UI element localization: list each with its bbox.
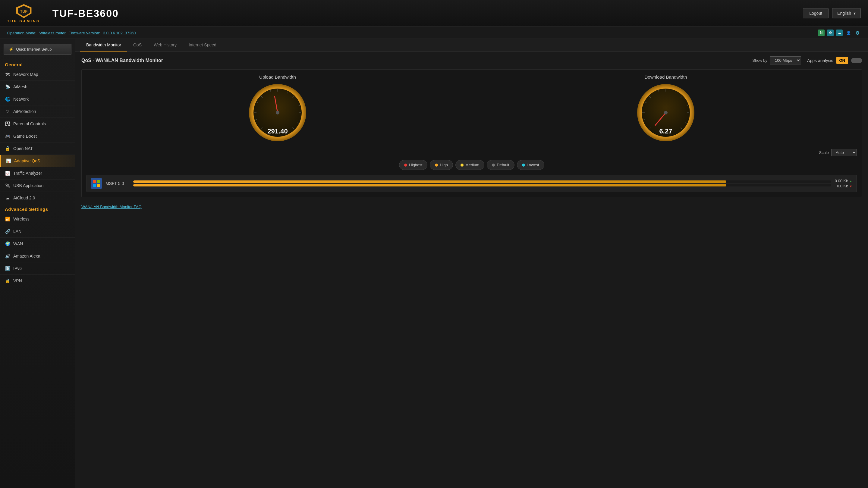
download-gauge-container: Download Bandwidth	[475, 74, 857, 143]
tab-internet-speed[interactable]: Internet Speed	[183, 39, 222, 52]
upload-stat-value: 0.00 Kb	[835, 178, 848, 183]
priority-highest-button[interactable]: Highest	[399, 160, 427, 170]
content-area: Bandwidth Monitor QoS Web History Intern…	[75, 39, 868, 488]
sidebar-item-vpn[interactable]: 🔒 VPN	[0, 275, 75, 287]
app-download-bar-fill	[133, 184, 726, 187]
sidebar-item-network-map[interactable]: 🗺 Network Map	[0, 68, 75, 81]
game-boost-icon: 🎮	[5, 133, 10, 139]
sidebar-item-ipv6[interactable]: 6️⃣ IPv6	[0, 262, 75, 275]
sidebar-item-label: IPv6	[13, 266, 22, 271]
app-row: MSFT 5 0 0.00 Kb	[87, 175, 857, 192]
open-nat-icon: 🔓	[5, 146, 10, 151]
chevron-down-icon: ▾	[854, 11, 856, 16]
svg-rect-38	[97, 180, 100, 183]
sidebar-item-aiprotection[interactable]: 🛡 AiProtection	[0, 105, 75, 118]
sidebar-item-label: AiProtection	[13, 109, 36, 114]
quick-setup-label: Quick Internet Setup	[16, 47, 52, 52]
sidebar-item-usb-application[interactable]: 🔌 USB Application	[0, 180, 75, 192]
status-bar: Operation Mode: Wireless router Firmware…	[0, 27, 868, 39]
router-model: TUF-BE3600	[53, 7, 803, 19]
priority-high-button[interactable]: High	[430, 160, 453, 170]
wireless-icon: 📶	[5, 216, 10, 222]
sidebar-item-game-boost[interactable]: 🎮 Game Boost	[0, 130, 75, 142]
parental-controls-icon: 👨‍👩‍👧	[5, 121, 10, 127]
status-icons: N ⚙ ☁ 👤 ⚙	[818, 30, 861, 36]
sidebar-item-label: Game Boost	[13, 134, 37, 138]
upload-gauge: 291.40	[247, 83, 308, 143]
status-icon-settings: ⚙	[827, 30, 834, 36]
traffic-analyzer-icon: 📈	[5, 170, 10, 176]
status-icon-gear[interactable]: ⚙	[854, 30, 861, 36]
gauges-row: Upload Bandwidth	[87, 74, 857, 143]
scale-select[interactable]: Auto Manual	[831, 149, 857, 156]
high-dot	[435, 164, 438, 167]
language-selector[interactable]: English ▾	[832, 8, 861, 19]
sidebar-item-wan[interactable]: 🌍 WAN	[0, 238, 75, 250]
adaptive-qos-icon: 📊	[6, 158, 11, 164]
sidebar-item-wireless[interactable]: 📶 Wireless	[0, 213, 75, 225]
show-by-control: Show by 100 Mbps 10 Mbps 1 Gbps	[752, 56, 801, 64]
tab-qos[interactable]: QoS	[127, 39, 148, 52]
general-section-label: General	[0, 60, 75, 68]
sidebar-item-label: Parental Controls	[13, 121, 46, 126]
show-by-label: Show by	[752, 58, 767, 63]
priority-lowest-button[interactable]: Lowest	[517, 160, 544, 170]
download-arrow-icon: ▼	[849, 185, 852, 188]
lowest-label: Lowest	[527, 163, 539, 167]
quick-setup-icon: ⚡	[9, 47, 13, 52]
sidebar-item-open-nat[interactable]: 🔓 Open NAT	[0, 142, 75, 155]
upload-value: 291.40	[267, 127, 287, 135]
app-upload-stat: 0.00 Kb ▲	[835, 178, 852, 183]
app-upload-bar-track	[133, 181, 831, 183]
wan-icon: 🌍	[5, 241, 10, 247]
sidebar-item-label: AiMesh	[13, 84, 27, 89]
windows-icon	[93, 180, 100, 187]
tab-web-history[interactable]: Web History	[148, 39, 183, 52]
sidebar-item-amazon-alexa[interactable]: 🔊 Amazon Alexa	[0, 250, 75, 262]
apps-analysis-control: Apps analysis ON	[807, 57, 862, 64]
vpn-icon: 🔒	[5, 278, 10, 284]
firmware-label: Firmware Version:	[69, 31, 100, 35]
upload-arrow-icon: ▲	[849, 180, 852, 183]
sidebar-item-network[interactable]: 🌐 Network	[0, 93, 75, 105]
faq-link[interactable]: WAN/LAN Bandwidth Monitor FAQ	[82, 201, 862, 213]
advanced-section-label: Advanced Settings	[0, 204, 75, 213]
sidebar-item-aicloud[interactable]: ☁ AiCloud 2.0	[0, 192, 75, 204]
upload-label: Upload Bandwidth	[259, 74, 296, 79]
priority-medium-button[interactable]: Medium	[456, 160, 484, 170]
download-label: Download Bandwidth	[645, 74, 687, 79]
sidebar-item-label: Adaptive QoS	[14, 158, 40, 163]
show-by-select[interactable]: 100 Mbps 10 Mbps 1 Gbps	[770, 56, 801, 64]
svg-rect-37	[93, 180, 96, 183]
download-gauge: 6.27	[636, 83, 696, 143]
aimesh-icon: 📡	[5, 84, 10, 90]
app-upload-bar-fill	[133, 181, 726, 183]
highest-dot	[404, 164, 407, 167]
scale-label: Scale	[819, 150, 829, 155]
svg-point-36	[664, 111, 668, 115]
operation-mode-label: Operation Mode:	[7, 31, 36, 35]
medium-dot	[461, 164, 464, 167]
priority-default-button[interactable]: Default	[487, 160, 514, 170]
sidebar-item-label: AiCloud 2.0	[13, 195, 35, 200]
sidebar-item-parental-controls[interactable]: 👨‍👩‍👧 Parental Controls	[0, 118, 75, 130]
logout-button[interactable]: Logout	[803, 8, 829, 19]
sidebar-item-traffic-analyzer[interactable]: 📈 Traffic Analyzer	[0, 167, 75, 180]
language-value: English	[837, 11, 851, 16]
scale-row: Scale Auto Manual	[87, 149, 857, 156]
sidebar-item-lan[interactable]: 🔗 LAN	[0, 225, 75, 238]
tuf-gaming-label: TUF GAMING	[7, 19, 40, 23]
sidebar-item-aimesh[interactable]: 📡 AiMesh	[0, 81, 75, 93]
sidebar-item-label: Traffic Analyzer	[13, 171, 42, 175]
tab-bandwidth-monitor[interactable]: Bandwidth Monitor	[80, 39, 127, 52]
apps-analysis-toggle[interactable]	[851, 58, 862, 63]
network-map-icon: 🗺	[5, 72, 10, 77]
sidebar-item-label: Wireless	[13, 217, 30, 221]
sidebar-item-label: Network	[13, 97, 29, 101]
main-layout: ⚡ Quick Internet Setup General 🗺 Network…	[0, 39, 868, 488]
tabs-bar: Bandwidth Monitor QoS Web History Intern…	[75, 39, 868, 52]
apps-analysis-label: Apps analysis	[807, 58, 833, 63]
app-icon-msft	[91, 178, 102, 189]
sidebar-item-adaptive-qos[interactable]: 📊 Adaptive QoS	[0, 155, 75, 167]
quick-internet-setup-button[interactable]: ⚡ Quick Internet Setup	[4, 44, 71, 55]
